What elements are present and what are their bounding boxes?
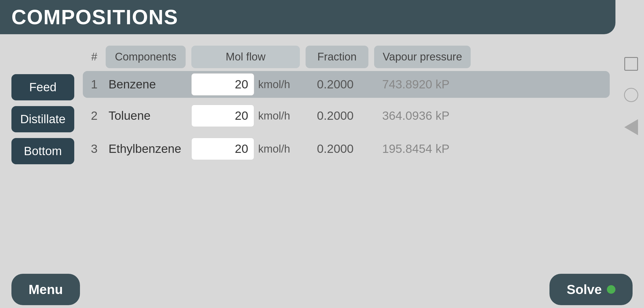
table-row: 3 Ethylbenzene kmol/h 0.2000 195.8454 kP xyxy=(83,134,610,164)
row-2-component: Toluene xyxy=(106,109,186,123)
row-3-fraction: 0.2000 xyxy=(304,142,367,156)
row-1-molflow-input[interactable] xyxy=(191,73,254,96)
col-components-header: Components xyxy=(106,46,186,68)
col-vapour-header: Vapour pressure xyxy=(374,46,471,68)
row-2-molflow-input[interactable] xyxy=(191,105,254,127)
row-3-molflow-input[interactable] xyxy=(191,138,254,160)
table-rows: 1 Benzene kmol/h 0.2000 743.8920 kP 2 To… xyxy=(83,71,610,164)
row-3-input-wrapper: kmol/h xyxy=(191,138,298,160)
row-1-component: Benzene xyxy=(106,78,186,91)
row-2-num: 2 xyxy=(83,109,106,123)
header: COMPOSITIONS xyxy=(0,0,615,34)
page-title: COMPOSITIONS xyxy=(11,5,178,29)
menu-button[interactable]: Menu xyxy=(11,274,80,305)
solve-status-dot xyxy=(607,285,615,294)
row-1-num: 1 xyxy=(83,78,106,91)
main-content: Feed Distillate Bottom # Components Mol … xyxy=(0,40,621,308)
row-2-input-wrapper: kmol/h xyxy=(191,105,298,127)
col-hash-header: # xyxy=(83,51,106,63)
row-1-unit: kmol/h xyxy=(258,78,298,91)
row-3-unit: kmol/h xyxy=(258,143,298,155)
table-row: 1 Benzene kmol/h 0.2000 743.8920 kP xyxy=(83,71,610,98)
row-1-vapour: 743.8920 kP xyxy=(372,78,452,91)
col-molflow-header: Mol flow xyxy=(191,46,300,68)
col-fraction-header: Fraction xyxy=(306,46,368,68)
radio-control[interactable] xyxy=(624,88,638,102)
back-icon[interactable] xyxy=(624,119,638,135)
distillate-button[interactable]: Distillate xyxy=(11,106,74,132)
bottom-bar: Menu Solve xyxy=(0,271,644,308)
row-3-num: 3 xyxy=(83,142,106,156)
row-1-input-wrapper: kmol/h xyxy=(191,73,298,96)
table-row: 2 Toluene kmol/h 0.2000 364.0936 kP xyxy=(83,101,610,131)
table-header: # Components Mol flow Fraction Vapour pr… xyxy=(83,46,610,68)
right-controls xyxy=(618,57,644,135)
table-container: # Components Mol flow Fraction Vapour pr… xyxy=(83,46,610,302)
checkbox-control[interactable] xyxy=(624,57,638,71)
row-2-vapour: 364.0936 kP xyxy=(372,109,452,123)
row-2-unit: kmol/h xyxy=(258,110,298,122)
solve-label: Solve xyxy=(567,282,602,297)
row-3-component: Ethylbenzene xyxy=(106,142,186,156)
sidebar: Feed Distillate Bottom xyxy=(11,46,74,302)
row-1-fraction: 0.2000 xyxy=(304,78,367,91)
row-2-fraction: 0.2000 xyxy=(304,109,367,123)
row-3-vapour: 195.8454 kP xyxy=(372,142,452,156)
solve-button[interactable]: Solve xyxy=(549,274,633,305)
bottom-button[interactable]: Bottom xyxy=(11,138,74,164)
feed-button[interactable]: Feed xyxy=(11,74,74,100)
